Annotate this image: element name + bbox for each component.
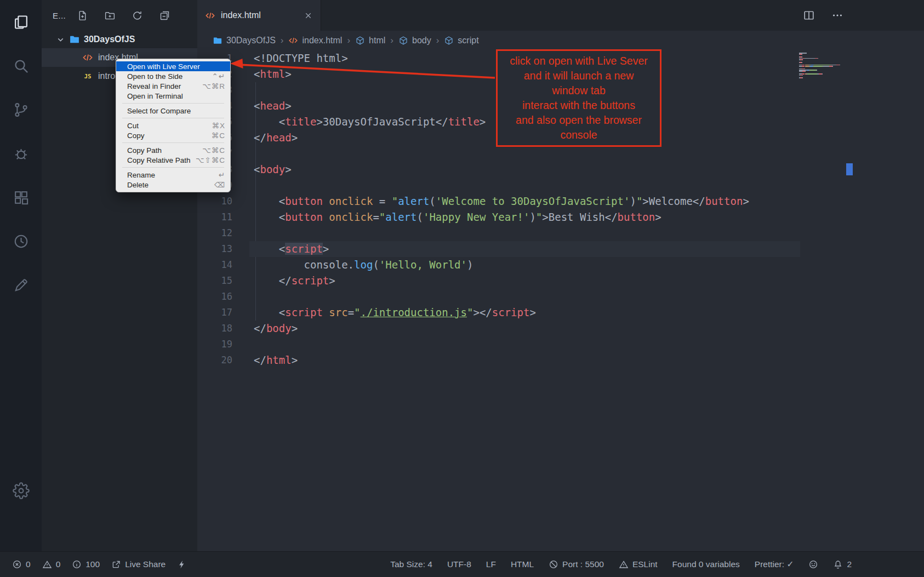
code-line[interactable]: 16: [197, 289, 924, 305]
activity-feedback[interactable]: [0, 263, 42, 307]
status-eslint-text: ESLint: [632, 559, 658, 569]
line-number[interactable]: 16: [197, 289, 232, 305]
code-text[interactable]: <title>30DaysOfJavaScript</title>: [254, 114, 486, 130]
code-line[interactable]: 12: [197, 225, 924, 241]
code-text[interactable]: </body>: [254, 321, 298, 336]
menu-item-delete[interactable]: Delete⌫: [116, 180, 230, 190]
refresh-button[interactable]: [132, 10, 143, 21]
menu-item-select-for-compare[interactable]: Select for Compare: [116, 106, 230, 116]
line-number[interactable]: 20: [197, 352, 232, 368]
status-feedback-smiley[interactable]: [808, 559, 818, 569]
menu-separator: [122, 118, 224, 118]
status-variables[interactable]: Found 0 variables: [672, 559, 740, 569]
collapse-all-button[interactable]: [159, 10, 170, 21]
activity-extensions[interactable]: [0, 175, 42, 219]
status-notifications[interactable]: 2: [833, 559, 852, 569]
menu-item-copy-relative-path[interactable]: Copy Relative Path⌥⇧⌘C: [116, 155, 230, 165]
line-number[interactable]: 15: [197, 273, 232, 289]
code-line[interactable]: 19: [197, 336, 924, 352]
line-number[interactable]: 12: [197, 225, 232, 241]
code-line[interactable]: 7: [197, 146, 924, 162]
code-text[interactable]: <head>: [254, 98, 292, 114]
menu-item-shortcut: ⌘X: [212, 121, 225, 130]
code-text[interactable]: <script>: [254, 241, 329, 257]
code-token: >: [655, 211, 661, 223]
status-port[interactable]: Port : 5500: [549, 559, 604, 569]
activity-source-control[interactable]: [0, 88, 42, 132]
close-icon[interactable]: [304, 11, 313, 20]
status-warnings[interactable]: 0: [42, 559, 61, 569]
code-line[interactable]: 9: [197, 178, 924, 193]
split-editor-icon[interactable]: [803, 9, 815, 21]
source-control-icon: [13, 101, 30, 118]
code-text[interactable]: <button onclick="alert('Happy New Year!'…: [254, 209, 661, 225]
menu-item-open-in-terminal[interactable]: Open in Terminal: [116, 91, 230, 101]
line-number[interactable]: 11: [197, 209, 232, 225]
new-file-button[interactable]: [77, 10, 88, 21]
activity-search[interactable]: [0, 44, 42, 88]
scrollbar-marker[interactable]: [846, 163, 853, 175]
code-text[interactable]: <script src="./introduction.js"></script…: [254, 305, 536, 321]
minimap[interactable]: [799, 53, 846, 81]
code-token: >Best Wish: [542, 211, 604, 223]
menu-item-open-with-live-server[interactable]: Open with Live Server: [116, 61, 230, 71]
activity-explorer[interactable]: [0, 0, 42, 44]
status-quick-action[interactable]: [177, 559, 187, 569]
menu-item-open-to-the-side[interactable]: Open to the Side⌃↵: [116, 71, 230, 81]
new-folder-button[interactable]: [104, 10, 116, 21]
code-text[interactable]: console.log('Hello, World'): [254, 257, 473, 273]
status-eol[interactable]: LF: [486, 559, 496, 569]
folder-row-30daysofjs[interactable]: 30DaysOfJS: [42, 31, 197, 48]
code-line[interactable]: 17 <script src="./introduction.js"></scr…: [197, 305, 924, 321]
activity-settings[interactable]: [0, 469, 42, 512]
activity-time[interactable]: [0, 219, 42, 263]
status-prettier[interactable]: Prettier: ✓: [755, 559, 794, 569]
menu-item-rename[interactable]: Rename↵: [116, 170, 230, 180]
code-text[interactable]: <button onclick = "alert('Welcome to 30D…: [254, 193, 749, 209]
activity-run-debug[interactable]: [0, 132, 42, 175]
code-token: script: [285, 243, 323, 255]
code-line[interactable]: 20</html>: [197, 352, 924, 368]
line-number[interactable]: 19: [197, 336, 232, 352]
code-line[interactable]: 18</body>: [197, 321, 924, 336]
code-line[interactable]: 8<body>: [197, 162, 924, 178]
status-eslint[interactable]: ESLint: [619, 559, 658, 569]
status-encoding[interactable]: UTF-8: [447, 559, 471, 569]
more-actions-icon[interactable]: [831, 9, 843, 21]
breadcrumb-30daysofjs[interactable]: 30DaysOfJS: [213, 36, 276, 45]
menu-item-copy[interactable]: Copy⌘C: [116, 130, 230, 140]
code-line[interactable]: 14 console.log('Hello, World'): [197, 257, 924, 273]
status-tab-size[interactable]: Tab Size: 4: [390, 559, 432, 569]
breadcrumb-body[interactable]: body: [398, 36, 431, 45]
line-number[interactable]: 13: [197, 241, 232, 257]
code-token: button: [285, 211, 323, 223]
menu-item-reveal-in-finder[interactable]: Reveal in Finder⌥⌘R: [116, 81, 230, 91]
status-language-mode[interactable]: HTML: [511, 559, 534, 569]
code-text[interactable]: </script>: [254, 273, 335, 289]
breadcrumb-html[interactable]: html: [355, 36, 385, 45]
menu-item-cut[interactable]: Cut⌘X: [116, 121, 230, 130]
status-encoding-text: UTF-8: [447, 559, 471, 569]
breadcrumb-index-html[interactable]: index.html: [288, 36, 342, 45]
code-text[interactable]: <!DOCTYPE html>: [254, 50, 348, 66]
code-token: html: [266, 354, 292, 366]
code-line[interactable]: 13 <script>: [197, 241, 924, 257]
code-line[interactable]: 10 <button onclick = "alert('Welcome to …: [197, 193, 924, 209]
status-live-share[interactable]: Live Share: [111, 559, 166, 569]
status-errors[interactable]: 0: [12, 559, 31, 569]
line-number[interactable]: 18: [197, 321, 232, 336]
code-text[interactable]: </head>: [254, 130, 298, 146]
code-line[interactable]: 15 </script>: [197, 273, 924, 289]
line-number[interactable]: 14: [197, 257, 232, 273]
menu-item-copy-path[interactable]: Copy Path⌥⌘C: [116, 145, 230, 155]
breadcrumb-script[interactable]: script: [444, 36, 478, 45]
tab-index-html[interactable]: index.html: [197, 0, 321, 31]
status-info[interactable]: 100: [72, 559, 100, 569]
line-number[interactable]: 17: [197, 305, 232, 321]
code-text[interactable]: </html>: [254, 352, 298, 368]
code-line[interactable]: 11 <button onclick="alert('Happy New Yea…: [197, 209, 924, 225]
warning-icon: [619, 559, 629, 569]
code-text[interactable]: <html>: [254, 66, 292, 82]
line-number[interactable]: 10: [197, 193, 232, 209]
code-text[interactable]: <body>: [254, 162, 292, 178]
